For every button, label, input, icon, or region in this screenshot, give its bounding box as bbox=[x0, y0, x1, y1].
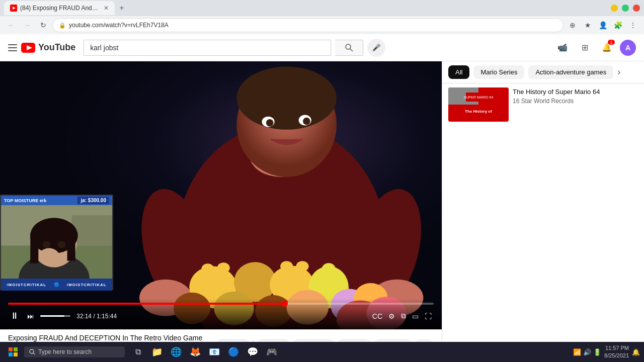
volume-slider[interactable] bbox=[40, 315, 70, 317]
forward-btn[interactable]: → bbox=[20, 18, 34, 32]
chip-action[interactable]: Action-adventure games bbox=[528, 65, 613, 79]
taskbar-clock[interactable]: 11:57 PM 8/25/2021 bbox=[604, 344, 629, 360]
windows-logo-icon bbox=[9, 347, 18, 356]
url-text: youtube.com/watch?v=rvLFEh7V18A bbox=[69, 22, 557, 29]
svg-point-29 bbox=[217, 262, 230, 273]
play-pause-btn[interactable]: ⏸ bbox=[8, 309, 21, 323]
theater-btn[interactable]: ▭ bbox=[410, 310, 421, 322]
right-controls: CC ⚙ ⧉ ▭ ⛶ bbox=[370, 310, 434, 322]
search-container: 🎤 bbox=[84, 39, 385, 57]
sidebar-video-info: The History of Super Mario 64 16 Star Wo… bbox=[513, 87, 638, 122]
taskbar-steam-btn[interactable]: 🎮 bbox=[263, 343, 281, 361]
taskbar-search[interactable]: Type here to search bbox=[24, 346, 125, 357]
extension-puzzle-btn[interactable]: 🧩 bbox=[611, 18, 625, 32]
svg-point-30 bbox=[280, 261, 293, 272]
secure-icon: 🔒 bbox=[59, 22, 66, 29]
address-bar[interactable]: 🔒 youtube.com/watch?v=rvLFEh7V18A bbox=[52, 18, 564, 32]
close-btn[interactable] bbox=[633, 5, 640, 12]
svg-text:SUPER MARIO 64: SUPER MARIO 64 bbox=[464, 96, 494, 99]
taskbar-search-icon bbox=[29, 349, 35, 355]
wifi-icon[interactable]: 📶 bbox=[573, 348, 581, 356]
webcam-header: TOP MOISTURE erk ja: $300.00 bbox=[1, 196, 112, 205]
taskbar-date-text: 8/25/2021 bbox=[604, 352, 629, 359]
next-btn[interactable]: ⏭ bbox=[25, 310, 36, 322]
taskbar-discord-btn[interactable]: 💬 bbox=[244, 343, 262, 361]
webcam-overlay: TOP MOISTURE erk ja: $300.00 bbox=[0, 195, 113, 290]
webcam-footer-right: /MOISTCRITIKAL bbox=[67, 283, 107, 287]
taskbar-start-btn[interactable] bbox=[4, 343, 22, 361]
webcam-person-svg bbox=[1, 205, 112, 279]
svg-rect-37 bbox=[72, 215, 112, 245]
more-btn[interactable]: ⋮ bbox=[626, 18, 640, 32]
minimize-btn[interactable] bbox=[611, 5, 618, 12]
browser-nav-bar: ← → ↻ 🔒 youtube.com/watch?v=rvLFEh7V18A … bbox=[0, 16, 644, 34]
svg-point-9 bbox=[236, 66, 337, 129]
settings-btn[interactable]: ⚙ bbox=[386, 310, 397, 322]
search-icon bbox=[345, 44, 353, 52]
chip-all[interactable]: All bbox=[448, 65, 469, 79]
sidebar-thumb-svg: The History of SUPER MARIO 64 bbox=[448, 87, 509, 122]
notification-badge: 1 bbox=[608, 40, 615, 45]
browser-titlebar: (84) Exposing FRAUD And D... ✕ + bbox=[0, 0, 644, 16]
svg-rect-42 bbox=[30, 233, 38, 263]
webcam-footer: /MOISTCRITIKAL 🔵 /MOISTCRITIKAL bbox=[1, 279, 112, 291]
taskbar-search-placeholder: Type here to search bbox=[38, 348, 92, 355]
main-content: TOP MOISTURE erk ja: $300.00 bbox=[0, 61, 644, 362]
taskbar-chrome-btn[interactable]: 🔵 bbox=[224, 343, 243, 361]
progress-thumb bbox=[282, 301, 288, 307]
fullscreen-btn[interactable]: ⛶ bbox=[423, 310, 434, 322]
subtitles-btn[interactable]: CC bbox=[370, 310, 384, 322]
browser-chrome: (84) Exposing FRAUD And D... ✕ + ← → ↻ 🔒… bbox=[0, 0, 644, 34]
apps-btn[interactable]: ⊞ bbox=[576, 39, 594, 57]
svg-line-4 bbox=[350, 49, 353, 51]
svg-rect-52 bbox=[9, 347, 13, 351]
voice-search-btn[interactable]: 🎤 bbox=[367, 39, 385, 57]
youtube-header: YouTube 🎤 📹 ⊞ 🔔 1 A bbox=[0, 34, 644, 61]
menu-hamburger[interactable] bbox=[8, 44, 17, 51]
taskbar-edge-btn[interactable]: 🌐 bbox=[167, 343, 185, 361]
svg-rect-55 bbox=[14, 352, 18, 356]
tab-close-btn[interactable]: ✕ bbox=[104, 5, 109, 12]
taskbar-system-tray: 📶 🔊 🔋 11:57 PM 8/25/2021 🔔 bbox=[573, 344, 640, 360]
taskbar-task-view-btn[interactable]: ⧉ bbox=[129, 343, 147, 361]
volume-icon[interactable]: 🔊 bbox=[583, 348, 591, 356]
new-tab-btn[interactable]: + bbox=[115, 1, 129, 15]
bookmark-btn[interactable]: ★ bbox=[581, 18, 595, 32]
svg-point-56 bbox=[30, 349, 34, 353]
video-controls: ⏸ ⏭ 32:14 / 1:15:44 CC bbox=[0, 299, 442, 329]
youtube-logo[interactable]: YouTube bbox=[21, 42, 75, 53]
battery-icon[interactable]: 🔋 bbox=[593, 348, 601, 356]
taskbar-email-btn[interactable]: 📧 bbox=[205, 343, 223, 361]
back-btn[interactable]: ← bbox=[4, 18, 18, 32]
taskbar-explorer-btn[interactable]: 📁 bbox=[148, 343, 166, 361]
search-button[interactable] bbox=[335, 40, 363, 56]
progress-bar[interactable] bbox=[8, 303, 434, 305]
svg-text:The History of: The History of bbox=[465, 109, 492, 114]
svg-line-57 bbox=[33, 353, 35, 354]
chip-more-btn[interactable]: › bbox=[617, 67, 620, 77]
svg-rect-53 bbox=[14, 347, 18, 351]
progress-fill bbox=[8, 303, 285, 305]
video-player[interactable]: TOP MOISTURE erk ja: $300.00 bbox=[0, 61, 442, 329]
extensions-btn[interactable]: ⊕ bbox=[566, 18, 580, 32]
browser-tab-active[interactable]: (84) Exposing FRAUD And D... ✕ bbox=[4, 1, 115, 15]
webcam-footer-left: /MOISTCRITIKAL bbox=[7, 283, 46, 287]
miniplayer-btn[interactable]: ⧉ bbox=[399, 310, 408, 322]
taskbar-firefox-btn[interactable]: 🦊 bbox=[186, 343, 204, 361]
refresh-btn[interactable]: ↻ bbox=[36, 18, 50, 32]
notification-center-icon[interactable]: 🔔 bbox=[632, 348, 640, 356]
webcam-header-text: TOP MOISTURE erk bbox=[4, 198, 46, 203]
svg-point-13 bbox=[303, 118, 310, 125]
notifications-btn[interactable]: 🔔 1 bbox=[598, 39, 616, 57]
webcam-donation: ja: $300.00 bbox=[77, 197, 109, 204]
maximize-btn[interactable] bbox=[622, 5, 629, 12]
chip-mario[interactable]: Mario Series bbox=[473, 65, 524, 79]
create-video-btn[interactable]: 📹 bbox=[553, 39, 572, 57]
account-avatar[interactable]: A bbox=[620, 40, 636, 56]
account-btn[interactable]: 👤 bbox=[596, 18, 610, 32]
sidebar-video-item[interactable]: The History of SUPER MARIO 64 The Histor… bbox=[442, 83, 644, 126]
search-input[interactable] bbox=[84, 40, 331, 55]
sidebar-video-subtitle: 16 Star World Records bbox=[513, 98, 638, 105]
sidebar-thumbnail: The History of SUPER MARIO 64 bbox=[448, 87, 509, 122]
youtube-favicon bbox=[10, 5, 17, 12]
